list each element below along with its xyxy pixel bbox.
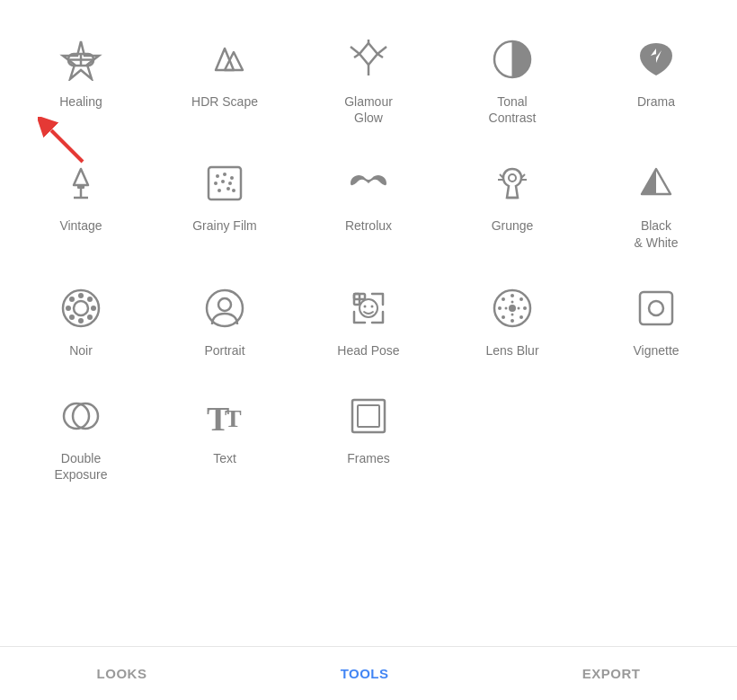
svg-point-23 [228,182,232,185]
nav-export[interactable]: EXPORT [582,666,641,681]
tool-vignette[interactable]: Vignette [584,267,728,375]
svg-point-39 [91,306,96,311]
svg-point-35 [74,301,88,315]
bw-icon [631,158,681,208]
retrolux-icon [343,158,394,208]
vignette-label: Vignette [633,342,679,359]
tool-vintage[interactable]: Vintage [9,142,153,266]
svg-point-58 [519,315,523,319]
svg-point-63 [505,306,508,309]
headpose-label: Head Pose [337,342,399,359]
svg-point-61 [511,300,514,303]
svg-marker-5 [360,43,377,65]
tool-frames[interactable]: Frames [297,375,440,499]
grunge-icon [487,158,537,208]
svg-point-66 [649,301,663,315]
svg-point-36 [78,293,84,298]
svg-point-48 [360,299,377,317]
svg-point-56 [523,306,527,310]
nav-tools[interactable]: TOOLS [341,666,389,681]
drama-icon [631,34,681,84]
svg-point-37 [78,318,84,323]
svg-point-20 [230,176,234,180]
tool-retrolux[interactable]: Retrolux [297,142,440,266]
svg-point-53 [511,294,514,297]
tool-healing[interactable]: Healing [9,18,153,142]
bw-label: Black& White [634,217,678,250]
healing-label: Healing [59,93,102,110]
svg-point-24 [218,189,221,192]
svg-point-25 [226,187,230,191]
glamour-icon [343,34,394,84]
tool-noir[interactable]: Noir [9,267,153,375]
svg-line-11 [377,54,383,58]
vignette-icon [631,283,681,333]
svg-rect-17 [209,167,241,199]
svg-point-45 [218,298,231,311]
svg-line-10 [354,54,360,58]
tool-grunge[interactable]: Grunge [440,142,584,266]
svg-point-19 [223,173,226,176]
svg-point-50 [371,305,374,307]
tool-black-white[interactable]: Black& White [584,142,728,266]
svg-point-42 [87,297,93,302]
svg-point-54 [511,319,514,323]
svg-rect-16 [77,185,84,189]
tool-lens-blur[interactable]: Lens Blur [440,267,584,375]
healing-icon [56,34,106,84]
tool-double-exposure[interactable]: DoubleExposure [9,375,153,499]
svg-point-64 [518,306,520,309]
double-exposure-label: DoubleExposure [54,450,107,483]
double-exposure-icon [56,391,106,441]
svg-point-49 [364,305,367,307]
retrolux-label: Retrolux [345,217,392,234]
svg-point-21 [214,182,218,185]
hdr-label: HDR Scape [191,93,258,110]
vintage-icon [56,158,106,208]
svg-line-7 [351,47,360,54]
grainy-icon [200,158,250,208]
grainy-label: Grainy Film [192,217,257,234]
tonal-label: TonalContrast [489,93,537,126]
tool-text[interactable]: T T Text [153,375,297,499]
text-label: Text [213,450,236,466]
vintage-label: Vintage [59,217,102,234]
portrait-label: Portrait [204,342,244,359]
tool-grainy-film[interactable]: Grainy Film [153,142,297,266]
svg-point-18 [216,174,219,178]
svg-point-52 [509,305,516,312]
drama-label: Drama [637,93,675,110]
tool-head-pose[interactable]: Head Pose [297,267,440,375]
frames-label: Frames [347,450,389,466]
svg-rect-65 [640,292,672,324]
tool-tonal-contrast[interactable]: TonalContrast [440,18,584,142]
tool-drama[interactable]: Drama [584,18,728,142]
tool-hdr-scape[interactable]: HDR Scape [153,18,297,142]
noir-icon [56,283,106,333]
svg-point-27 [509,174,516,182]
tonal-icon [487,34,537,84]
tools-grid: Healing HDR Scape GlamourGlow [0,0,737,508]
svg-point-59 [519,297,523,301]
tool-glamour-glow[interactable]: GlamourGlow [297,18,440,142]
svg-line-8 [377,47,386,54]
noir-label: Noir [69,342,93,359]
nav-looks[interactable]: LOOKS [97,666,147,681]
svg-point-41 [87,315,93,320]
glamour-label: GlamourGlow [344,93,393,126]
svg-point-40 [69,297,75,302]
lensblur-icon [487,283,537,333]
svg-rect-72 [358,405,379,427]
svg-point-43 [69,315,75,320]
headpose-icon [343,283,394,333]
svg-point-62 [511,313,514,315]
frames-icon [343,391,394,441]
text-icon: T T [200,391,250,441]
bottom-navigation: LOOKS TOOLS EXPORT [0,646,737,700]
svg-point-22 [221,180,225,183]
svg-point-55 [498,306,502,310]
svg-text:T: T [225,404,242,432]
svg-point-38 [66,306,71,311]
tool-portrait[interactable]: Portrait [153,267,297,375]
svg-point-57 [502,297,505,301]
